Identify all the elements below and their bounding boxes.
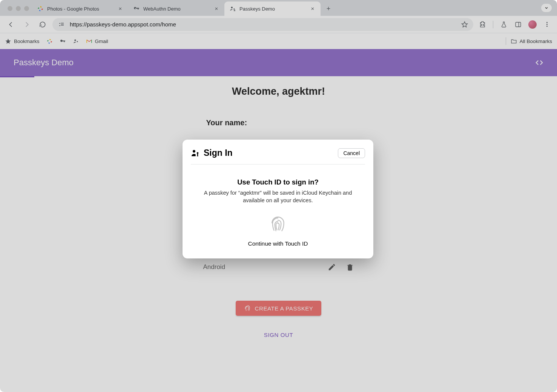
cancel-button[interactable]: Cancel — [338, 148, 365, 158]
dialog-body: Use Touch ID to sign in? A passkey for “… — [191, 164, 365, 247]
continue-touchid-label: Continue with Touch ID — [191, 240, 365, 247]
fingerprint-icon[interactable] — [269, 215, 287, 234]
dialog-description: A passkey for “agektmr” will be saved in… — [191, 189, 365, 204]
person-key-icon — [191, 149, 200, 158]
dialog-header: Sign In Cancel — [191, 148, 365, 164]
dialog-heading: Use Touch ID to sign in? — [191, 178, 365, 186]
dialog-title: Sign In — [204, 148, 233, 158]
signin-dialog: Sign In Cancel Use Touch ID to sign in? … — [183, 140, 373, 258]
svg-point-10 — [193, 150, 195, 152]
svg-point-11 — [197, 152, 199, 154]
